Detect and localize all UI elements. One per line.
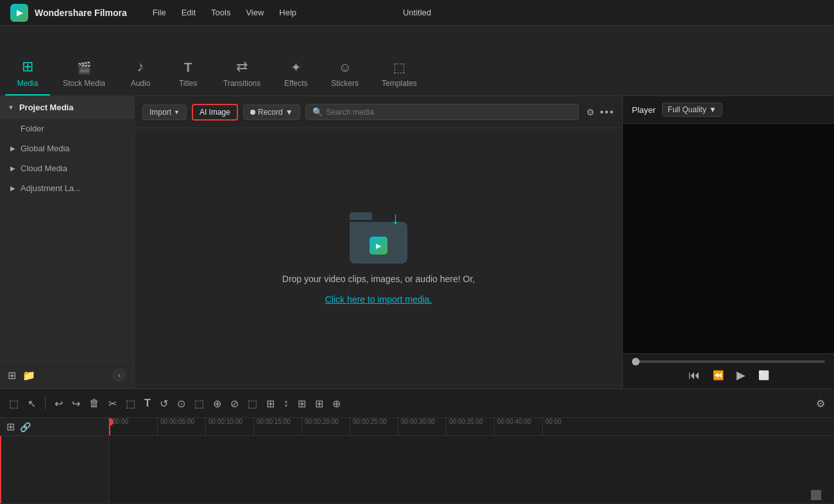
tab-templates-label: Templates (382, 79, 417, 88)
timeline-color-button[interactable]: ⊙ (174, 396, 188, 411)
sidebar-header: ▼ Project Media (0, 96, 134, 119)
menu-help[interactable]: Help (279, 5, 296, 20)
folder-tab (350, 212, 372, 220)
tab-media[interactable]: ⊞ Media (5, 53, 50, 96)
menu-tools[interactable]: Tools (211, 5, 230, 20)
tab-transitions[interactable]: ⇄ Transitions (213, 53, 271, 96)
ai-image-label: AI Image (200, 108, 230, 117)
filter-button[interactable]: ⚙ (586, 107, 595, 117)
title-bar: ▶ Wondershare Filmora File Edit Tools Vi… (0, 0, 834, 26)
add-track-icon[interactable]: ⊞ (6, 421, 15, 433)
track-area (0, 436, 834, 504)
folder-illustration: ▶ ↓ (350, 212, 407, 264)
import-arrow-icon: ↓ (391, 208, 400, 228)
media-icon: ⊞ (22, 58, 33, 75)
ruler-label-7: 00:00:35:00 (446, 418, 494, 435)
timeline-crop-button[interactable]: ⬚ (123, 396, 138, 411)
play-button[interactable]: ▶ (736, 368, 745, 382)
search-input[interactable] (327, 108, 572, 117)
track-row-main (0, 436, 834, 504)
track-header-controls: ⊞ 🔗 (0, 418, 109, 435)
timeline-cut-button[interactable]: ✂ (106, 396, 119, 411)
menu-file[interactable]: File (153, 5, 166, 20)
sidebar-item-folder[interactable]: Folder (0, 119, 134, 139)
timeline-resize-button[interactable]: ↕ (281, 396, 291, 410)
record-button[interactable]: Record ▼ (243, 105, 300, 120)
timeline-add-button[interactable]: ⊕ (210, 396, 224, 411)
sidebar-item-cloud-media[interactable]: ▶ Cloud Media (0, 158, 134, 178)
app-logo: ▶ (10, 4, 28, 22)
media-panel: Import ▼ AI Image Record ▼ 🔍 ⚙ ••• (135, 96, 622, 389)
add-folder-button[interactable]: ⊞ (8, 369, 16, 382)
sidebar-cloud-media-label: Cloud Media (21, 164, 67, 173)
timeline-split-button[interactable]: ⊞ (264, 396, 277, 411)
timeline-select-button[interactable]: ↖ (25, 396, 38, 411)
ruler-label-5: 00:00:25:00 (350, 418, 398, 435)
step-back-button[interactable]: ⏪ (713, 370, 724, 380)
search-area[interactable]: 🔍 (305, 104, 579, 120)
timeline-scroll-thumb[interactable] (811, 490, 821, 500)
timeline-remove-button[interactable]: ⊘ (228, 396, 241, 411)
tab-titles-label: Titles (179, 79, 197, 88)
timeline-group-button[interactable]: ⊞ (312, 396, 326, 411)
progress-thumb[interactable] (632, 358, 640, 365)
player-buttons: ⏮ ⏪ ▶ ⬜ (632, 368, 825, 382)
sidebar-arrow-global: ▶ (10, 145, 15, 152)
tab-templates[interactable]: ⬚ Templates (371, 55, 427, 96)
timeline-redo-button[interactable]: ↪ (69, 396, 83, 411)
timeline-scenes-button[interactable]: ⬚ (6, 396, 21, 411)
timeline-duplicate-button[interactable]: ⊞ (295, 396, 309, 411)
main-area: ▼ Project Media Folder ▶ Global Media ▶ … (0, 96, 834, 389)
link-toggle-icon[interactable]: 🔗 (20, 422, 31, 432)
sidebar-adjustment-label: Adjustment La... (21, 183, 81, 193)
sidebar-item-adjustment[interactable]: ▶ Adjustment La... (0, 178, 134, 198)
timeline-overlay-button[interactable]: ⬚ (192, 396, 207, 411)
tab-stickers[interactable]: ☺ Stickers (321, 55, 369, 96)
timeline-rotate-button[interactable]: ↺ (157, 396, 171, 411)
more-options-button[interactable]: ••• (600, 106, 615, 118)
sidebar-arrow-cloud: ▶ (10, 165, 15, 172)
import-link[interactable]: Click here to import media. (325, 294, 432, 305)
timeline-settings-button[interactable]: ⚙ (813, 396, 828, 411)
tab-stock-media-label: Stock Media (63, 79, 105, 88)
record-label: Record (258, 108, 283, 117)
tab-audio[interactable]: ♪ Audio (118, 53, 163, 96)
screenshot-button[interactable]: ⬜ (758, 370, 769, 380)
ruler-label-8: 00:00:40:00 (494, 418, 542, 435)
menu-view[interactable]: View (246, 5, 264, 20)
drop-zone[interactable]: ▶ ↓ Drop your video clips, images, or au… (135, 128, 622, 389)
tab-effects[interactable]: ✦ Effects (273, 55, 318, 96)
sidebar-collapse-arrow: ▼ (8, 104, 14, 111)
drop-text: Drop your video clips, images, or audio … (282, 274, 475, 284)
tab-stock-media[interactable]: 🎬 Stock Media (53, 56, 115, 96)
menu-bar: File Edit Tools View Help (153, 5, 824, 20)
toolbar-end: ⚙ ••• (586, 106, 615, 118)
tab-bar: ⊞ Media 🎬 Stock Media ♪ Audio T Titles ⇄… (0, 26, 834, 96)
progress-bar[interactable] (632, 360, 825, 363)
menu-edit[interactable]: Edit (182, 5, 196, 20)
timeline-undo-button[interactable]: ↩ (52, 396, 65, 411)
folder-button[interactable]: 📁 (22, 369, 35, 382)
timeline-delete-button[interactable]: 🗑 (87, 396, 102, 410)
timeline-link-button[interactable]: ⊕ (330, 396, 343, 411)
import-button[interactable]: Import ▼ (142, 105, 187, 120)
ruler-label-1: 00:00:05:00 (157, 418, 205, 435)
sidebar-footer: ⊞ 📁 ‹ (0, 361, 134, 389)
timeline-text-button[interactable]: T (142, 396, 153, 410)
player-controls: ⏮ ⏪ ▶ ⬜ (623, 353, 834, 389)
track-left-panel (0, 436, 109, 503)
record-chevron-icon: ▼ (285, 108, 293, 117)
tab-titles[interactable]: T Titles (166, 55, 210, 96)
timeline-divider-1 (45, 397, 46, 410)
quality-select[interactable]: Full Quality ▼ (662, 103, 722, 117)
rewind-button[interactable]: ⏮ (688, 369, 700, 382)
filmora-logo-in-folder: ▶ (370, 237, 387, 255)
timeline: ⬚ ↖ ↩ ↪ 🗑 ✂ ⬚ T ↺ ⊙ ⬚ ⊕ ⊘ ⬚ ⊞ ↕ ⊞ ⊞ ⊕ ⚙ … (0, 389, 834, 504)
sidebar-collapse-button[interactable]: ‹ (112, 368, 126, 382)
sidebar-item-global-media[interactable]: ▶ Global Media (0, 139, 134, 158)
ai-image-button[interactable]: AI Image (192, 104, 238, 121)
sidebar-arrow-adjustment: ▶ (10, 185, 15, 192)
search-icon: 🔍 (312, 107, 323, 117)
player-screen (623, 124, 834, 353)
timeline-layout-button[interactable]: ⬚ (245, 396, 260, 411)
